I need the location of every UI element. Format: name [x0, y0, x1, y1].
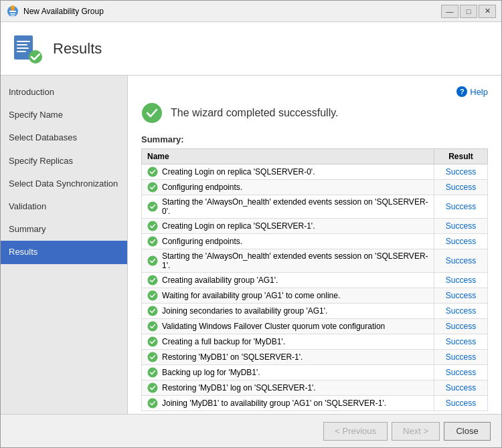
row-result-cell: Success	[434, 195, 488, 219]
sidebar-item-introduction[interactable]: Introduction	[1, 81, 127, 104]
row-name-cell: Creating availability group 'AG1'.	[142, 273, 434, 288]
table-row: Configuring endpoints. Success	[142, 234, 488, 249]
row-name-text: Joining 'MyDB1' to availability group 'A…	[162, 399, 386, 408]
maximize-button[interactable]: □	[460, 5, 477, 18]
success-result-link[interactable]: Success	[440, 306, 482, 316]
close-button[interactable]: Close	[444, 422, 491, 441]
svg-point-23	[148, 337, 158, 347]
sidebar: Introduction Specify Name Select Databas…	[1, 76, 128, 414]
help-bar: ? Help	[141, 86, 488, 97]
sidebar-item-validation[interactable]: Validation	[1, 195, 127, 218]
success-result-link[interactable]: Success	[440, 183, 482, 192]
row-result-cell: Success	[434, 219, 488, 234]
success-result-link[interactable]: Success	[440, 383, 482, 393]
sidebar-item-select-data-sync[interactable]: Select Data Synchronization	[1, 173, 127, 195]
success-row-icon	[147, 290, 158, 301]
sidebar-item-specify-name[interactable]: Specify Name	[1, 104, 127, 126]
svg-point-20	[148, 291, 158, 301]
svg-point-16	[148, 221, 158, 231]
sidebar-item-specify-replicas[interactable]: Specify Replicas	[1, 150, 127, 173]
row-name-cell: Joining secondaries to availability grou…	[142, 304, 434, 319]
app-icon	[6, 5, 19, 18]
main-content: ? Help The wizard completed successfully…	[128, 76, 501, 414]
row-name-text: Waiting for availability group 'AG1' to …	[162, 291, 340, 300]
success-result-link[interactable]: Success	[440, 275, 482, 285]
success-result-link[interactable]: Success	[440, 337, 482, 346]
table-row: Configuring endpoints. Success	[142, 180, 488, 195]
sidebar-item-results[interactable]: Results	[1, 241, 127, 263]
row-result-cell: Success	[434, 350, 488, 365]
svg-point-12	[142, 103, 162, 123]
header-icon	[11, 33, 44, 65]
help-link[interactable]: ? Help	[456, 86, 488, 97]
svg-point-18	[148, 256, 158, 266]
table-row: Creating availability group 'AG1'. Succe…	[142, 273, 488, 288]
sidebar-item-select-databases[interactable]: Select Databases	[1, 126, 127, 149]
success-result-link[interactable]: Success	[440, 167, 482, 177]
svg-point-5	[11, 7, 14, 10]
success-row-icon	[147, 367, 158, 378]
main-panel: ? Help The wizard completed successfully…	[128, 76, 501, 414]
success-banner-text: The wizard completed successfully.	[171, 107, 338, 119]
success-row-icon	[147, 321, 158, 332]
success-result-link[interactable]: Success	[440, 368, 482, 377]
row-result-cell: Success	[434, 234, 488, 249]
success-result-link[interactable]: Success	[440, 221, 482, 231]
help-icon: ?	[456, 86, 467, 97]
success-row-icon	[147, 255, 158, 266]
success-row-icon	[147, 221, 158, 231]
svg-point-25	[148, 368, 158, 378]
column-header-result: Result	[434, 149, 488, 164]
row-name-text: Starting the 'AlwaysOn_health' extended …	[162, 197, 428, 216]
close-window-button[interactable]: ✕	[479, 5, 496, 18]
sidebar-item-summary[interactable]: Summary	[1, 218, 127, 241]
success-row-icon	[147, 382, 158, 393]
row-name-text: Restoring 'MyDB1' on 'SQLSERVER-1'.	[162, 352, 303, 362]
svg-point-13	[148, 167, 158, 177]
success-row-icon	[147, 398, 158, 409]
svg-point-22	[148, 322, 158, 332]
row-name-cell: Creating Login on replica 'SQLSERVER-0'.	[142, 164, 434, 180]
table-row: Waiting for availability group 'AG1' to …	[142, 288, 488, 304]
row-result-cell: Success	[434, 396, 488, 411]
svg-point-24	[148, 352, 158, 362]
row-name-cell: Backing up log for 'MyDB1'.	[142, 365, 434, 380]
next-button[interactable]: Next >	[392, 422, 440, 441]
row-result-cell: Success	[434, 304, 488, 319]
success-result-link[interactable]: Success	[440, 352, 482, 362]
success-row-icon	[147, 352, 158, 362]
success-result-link[interactable]: Success	[440, 202, 482, 211]
previous-button[interactable]: < Previous	[323, 422, 388, 441]
svg-rect-7	[17, 41, 30, 42]
table-row: Restoring 'MyDB1' on 'SQLSERVER-1'. Succ…	[142, 350, 488, 365]
success-result-link[interactable]: Success	[440, 291, 482, 300]
row-name-text: Configuring endpoints.	[162, 237, 242, 246]
row-name-cell: Waiting for availability group 'AG1' to …	[142, 288, 434, 304]
minimize-button[interactable]: —	[441, 5, 458, 18]
success-result-link[interactable]: Success	[440, 322, 482, 331]
success-result-link[interactable]: Success	[440, 237, 482, 246]
table-row: Restoring 'MyDB1' log on 'SQLSERVER-1'. …	[142, 380, 488, 396]
svg-point-19	[148, 275, 158, 286]
table-row: Validating Windows Failover Cluster quor…	[142, 319, 488, 334]
title-bar-controls: — □ ✕	[441, 5, 496, 18]
success-row-icon	[147, 201, 158, 212]
table-row: Starting the 'AlwaysOn_health' extended …	[142, 249, 488, 273]
row-name-cell: Starting the 'AlwaysOn_health' extended …	[142, 195, 434, 219]
success-row-icon	[147, 306, 158, 316]
row-name-text: Creating availability group 'AG1'.	[162, 275, 278, 285]
row-name-cell: Starting the 'AlwaysOn_health' extended …	[142, 249, 434, 273]
row-name-cell: Validating Windows Failover Cluster quor…	[142, 319, 434, 334]
svg-point-21	[148, 306, 158, 316]
success-result-link[interactable]: Success	[440, 256, 482, 265]
table-row: Creating a full backup for 'MyDB1'. Succ…	[142, 334, 488, 350]
row-name-text: Restoring 'MyDB1' log on 'SQLSERVER-1'.	[162, 383, 316, 393]
svg-point-14	[148, 183, 158, 193]
content-area: Introduction Specify Name Select Databas…	[1, 76, 501, 414]
title-bar-text: New Availability Group	[23, 7, 441, 16]
success-row-icon	[147, 182, 158, 193]
success-result-link[interactable]: Success	[440, 399, 482, 408]
row-name-cell: Restoring 'MyDB1' on 'SQLSERVER-1'.	[142, 350, 434, 365]
table-row: Starting the 'AlwaysOn_health' extended …	[142, 195, 488, 219]
row-name-cell: Creating Login on replica 'SQLSERVER-1'.	[142, 219, 434, 234]
